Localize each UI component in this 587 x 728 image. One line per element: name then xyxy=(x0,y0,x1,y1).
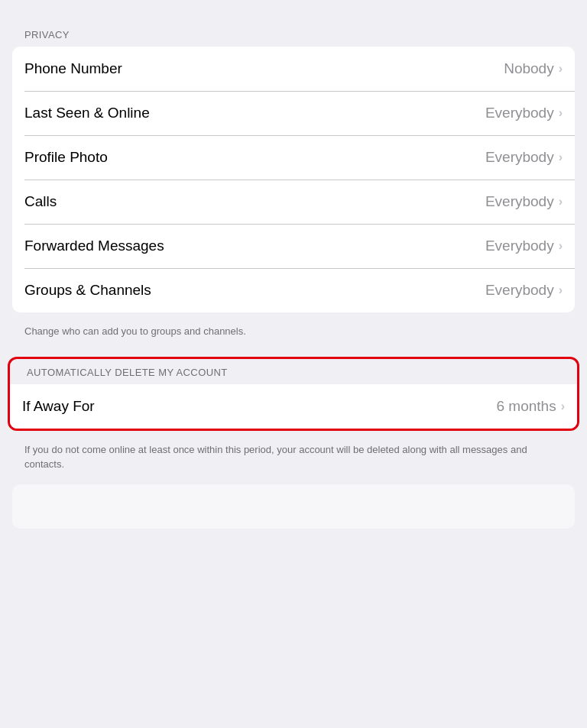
groups-channels-chevron: › xyxy=(559,283,563,297)
profile-photo-right: Everybody › xyxy=(485,149,563,166)
auto-delete-highlighted-section: AUTOMATICALLY DELETE MY ACCOUNT If Away … xyxy=(8,357,579,431)
if-away-for-value: 6 months xyxy=(497,398,556,415)
forwarded-messages-right: Everybody › xyxy=(485,238,563,254)
if-away-for-right: 6 months › xyxy=(497,398,565,415)
forwarded-messages-value: Everybody xyxy=(485,238,554,254)
auto-delete-section-header: AUTOMATICALLY DELETE MY ACCOUNT xyxy=(10,359,577,384)
last-seen-chevron: › xyxy=(559,106,563,120)
phone-number-chevron: › xyxy=(559,62,563,76)
if-away-for-chevron: › xyxy=(561,400,565,413)
extra-group xyxy=(12,484,575,529)
phone-number-row[interactable]: Phone Number Nobody › xyxy=(12,47,575,91)
forwarded-messages-chevron: › xyxy=(559,239,563,253)
profile-photo-chevron: › xyxy=(559,150,563,164)
forwarded-messages-row[interactable]: Forwarded Messages Everybody › xyxy=(12,224,575,268)
groups-channels-right: Everybody › xyxy=(485,282,563,299)
auto-delete-footer: If you do not come online at least once … xyxy=(0,437,587,484)
profile-photo-row[interactable]: Profile Photo Everybody › xyxy=(12,135,575,180)
groups-channels-value: Everybody xyxy=(485,282,554,299)
privacy-settings-group: Phone Number Nobody › Last Seen & Online… xyxy=(12,47,575,312)
profile-photo-label: Profile Photo xyxy=(24,149,108,166)
phone-number-label: Phone Number xyxy=(24,60,122,77)
forwarded-messages-label: Forwarded Messages xyxy=(24,238,164,254)
last-seen-label: Last Seen & Online xyxy=(24,105,150,121)
calls-value: Everybody xyxy=(485,193,554,210)
last-seen-value: Everybody xyxy=(485,105,554,121)
privacy-section-header: PRIVACY xyxy=(0,23,587,47)
last-seen-right: Everybody › xyxy=(485,105,563,121)
extra-row xyxy=(12,484,575,529)
calls-right: Everybody › xyxy=(485,193,563,210)
if-away-for-row[interactable]: If Away For 6 months › xyxy=(10,384,577,429)
if-away-for-label: If Away For xyxy=(22,398,95,415)
calls-chevron: › xyxy=(559,195,563,209)
page-container: PRIVACY Phone Number Nobody › Last Seen … xyxy=(0,0,587,728)
groups-channels-row[interactable]: Groups & Channels Everybody › xyxy=(12,268,575,312)
groups-channels-label: Groups & Channels xyxy=(24,282,151,299)
auto-delete-settings-group: If Away For 6 months › xyxy=(10,384,577,429)
calls-row[interactable]: Calls Everybody › xyxy=(12,180,575,224)
profile-photo-value: Everybody xyxy=(485,149,554,166)
phone-number-right: Nobody › xyxy=(504,60,563,77)
phone-number-value: Nobody xyxy=(504,60,554,77)
last-seen-row[interactable]: Last Seen & Online Everybody › xyxy=(12,91,575,135)
calls-label: Calls xyxy=(24,193,57,210)
privacy-footer: Change who can add you to groups and cha… xyxy=(0,319,587,351)
